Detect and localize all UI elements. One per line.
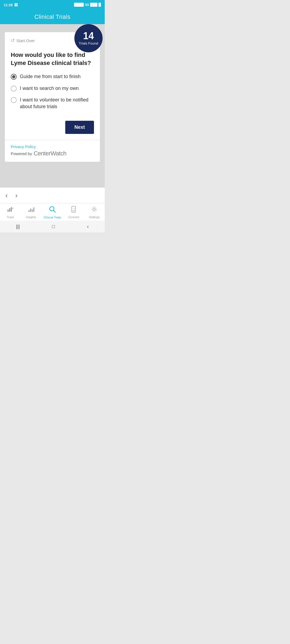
tab-clinical-trials[interactable]: Clinical Trials bbox=[44, 206, 61, 219]
refresh-icon: ↺ bbox=[11, 38, 15, 43]
radio-label-2: I want to search on my own bbox=[20, 85, 79, 92]
svg-rect-4 bbox=[30, 208, 31, 212]
card-footer: Privacy Policy Powered by CenterWatch bbox=[11, 140, 94, 162]
connect-label: Connect bbox=[68, 215, 79, 219]
trials-badge: 14 Trials Found bbox=[74, 24, 103, 52]
sys-back-icon[interactable]: ‹ bbox=[87, 224, 89, 229]
radio-option-3[interactable]: I want to volunteer to be notified about… bbox=[11, 97, 94, 110]
svg-text:</>: </> bbox=[73, 208, 75, 210]
tab-settings[interactable]: Settings bbox=[86, 206, 102, 219]
tab-track[interactable]: Track bbox=[2, 206, 19, 219]
radio-label-3: I want to volunteer to be notified about… bbox=[20, 97, 94, 110]
sys-home-icon[interactable]: □ bbox=[52, 224, 55, 229]
radio-label-1: Guide me from start to finish bbox=[20, 73, 81, 80]
tab-bar: Track Insights Clinical Trials bbox=[0, 203, 105, 221]
trials-label: Trials Found bbox=[79, 41, 98, 45]
svg-rect-2 bbox=[11, 207, 12, 212]
track-label: Track bbox=[7, 215, 14, 219]
status-time: 11:28 bbox=[4, 3, 13, 7]
svg-rect-3 bbox=[28, 210, 30, 212]
main-card: 14 Trials Found ↺ Start Over How would y… bbox=[5, 32, 100, 162]
svg-rect-10 bbox=[73, 211, 75, 211]
signal-icon: ▉▉▉▉ bbox=[74, 3, 84, 7]
tab-connect[interactable]: </> Connect bbox=[66, 206, 82, 219]
sys-menu-icon[interactable]: ||| bbox=[16, 224, 20, 229]
status-bar: 11:28 🖼 ▉▉▉▉ 4G ▉▉▉ ▉ bbox=[0, 0, 105, 10]
connect-icon: </> bbox=[70, 206, 77, 214]
radio-option-2[interactable]: I want to search on my own bbox=[11, 85, 94, 92]
insights-label: Insights bbox=[26, 215, 36, 219]
svg-line-8 bbox=[53, 210, 55, 212]
status-right: ▉▉▉▉ 4G ▉▉▉ ▉ bbox=[74, 3, 101, 7]
svg-rect-6 bbox=[33, 207, 34, 212]
settings-icon bbox=[91, 206, 98, 214]
battery-icon: ▉ bbox=[99, 3, 101, 7]
back-arrow-button[interactable]: ‹ bbox=[5, 192, 8, 199]
svg-point-12 bbox=[93, 208, 95, 210]
tab-insights[interactable]: Insights bbox=[23, 206, 39, 219]
svg-rect-5 bbox=[32, 209, 33, 212]
radio-circle-1[interactable] bbox=[11, 74, 17, 80]
nav-arrows: ‹ › bbox=[0, 188, 105, 203]
main-content: 14 Trials Found ↺ Start Over How would y… bbox=[0, 24, 105, 188]
question-text: How would you like to find Lyme Disease … bbox=[11, 51, 94, 67]
powered-by-row: Powered by CenterWatch bbox=[11, 150, 94, 157]
start-over-label: Start Over bbox=[16, 38, 35, 43]
clinical-trials-label: Clinical Trials bbox=[44, 216, 61, 219]
status-left: 11:28 🖼 bbox=[4, 3, 18, 7]
system-nav-bar: ||| □ ‹ bbox=[0, 221, 105, 232]
powered-by-label: Powered by bbox=[11, 151, 32, 156]
svg-rect-0 bbox=[8, 210, 9, 212]
radio-option-1[interactable]: Guide me from start to finish bbox=[11, 73, 94, 80]
next-row: Next bbox=[11, 121, 94, 140]
header-title: Clinical Trials bbox=[34, 13, 70, 20]
radio-circle-2[interactable] bbox=[11, 86, 17, 92]
signal-icon-2: ▉▉▉ bbox=[90, 3, 97, 7]
photo-icon: 🖼 bbox=[14, 3, 18, 7]
network-type: 4G bbox=[85, 3, 89, 7]
forward-arrow-button[interactable]: › bbox=[15, 192, 18, 199]
settings-label: Settings bbox=[89, 215, 100, 219]
radio-circle-3[interactable] bbox=[11, 97, 17, 103]
insights-icon bbox=[28, 206, 35, 214]
centerwatch-logo: CenterWatch bbox=[34, 150, 66, 157]
track-icon bbox=[7, 206, 14, 214]
next-button[interactable]: Next bbox=[65, 121, 94, 134]
clinical-trials-icon bbox=[49, 206, 56, 215]
svg-rect-1 bbox=[9, 208, 10, 212]
page-header: Clinical Trials bbox=[0, 10, 105, 24]
radio-group: Guide me from start to finish I want to … bbox=[11, 73, 94, 110]
privacy-policy-link[interactable]: Privacy Policy bbox=[11, 144, 94, 149]
trials-count: 14 bbox=[83, 31, 94, 41]
